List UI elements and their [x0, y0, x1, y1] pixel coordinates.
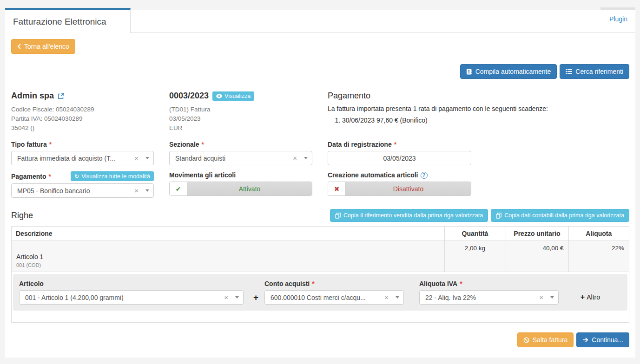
articolo-select[interactable]: 001 - Articolo 1 (4.200,00 grammi) ×	[19, 290, 244, 305]
payment-summary-description: La fattura importata presenta 1 rata di …	[328, 105, 629, 112]
required-marker: *	[312, 280, 314, 287]
tab-fatturazione-elettronica[interactable]: Fatturazione Elettronica	[5, 8, 131, 33]
pagamento-select[interactable]: MP05 - Bonifico bancario ×	[11, 183, 154, 198]
list-icon	[566, 69, 572, 74]
chevron-down-icon	[145, 157, 149, 159]
tipo-fattura-select[interactable]: Fattura immediata di acquisto (T... ×	[11, 151, 154, 165]
articolo-label: Articolo	[19, 280, 264, 287]
row-code: 001 (COD)	[16, 262, 440, 268]
clear-icon[interactable]: ×	[538, 293, 545, 301]
add-article-button[interactable]: +	[251, 292, 261, 302]
data-registrazione-group: Data di registrazione*	[328, 141, 629, 165]
movimenta-toggle[interactable]: ✔ Attivato	[169, 182, 312, 196]
row-editor-panel: Articolo 001 - Articolo 1 (4.200,00 gram…	[13, 274, 627, 311]
conto-acquisti-value: 600.000010 Costi merci c/acqu...	[271, 294, 383, 301]
toggle-handle: ✔	[170, 182, 187, 195]
chevron-left-icon	[17, 44, 21, 49]
show-all-payment-modes-label: Visualizza tutte le modalità	[81, 173, 150, 180]
sezionale-label-text: Sezionale	[169, 141, 199, 148]
pagamento-label-text: Pagamento	[11, 173, 46, 180]
creazione-toggle[interactable]: ✖ Disattivato	[328, 182, 471, 196]
autofill-button[interactable]: Compila automaticamente	[460, 64, 557, 79]
col-prezzo-unitario: Prezzo unitario	[506, 227, 568, 241]
data-registrazione-input[interactable]	[328, 151, 471, 165]
help-icon[interactable]: ?	[421, 172, 428, 179]
ban-icon	[523, 337, 529, 343]
copy-icon	[335, 213, 341, 219]
col-quantita: Quantità	[444, 227, 506, 241]
creazione-label-text: Creazione automatica articoli	[328, 171, 418, 179]
sezionale-label: Sezionale*	[169, 141, 328, 148]
plugin-link[interactable]: Plugin	[609, 15, 627, 23]
required-marker: *	[202, 141, 204, 148]
continue-button[interactable]: Continua...	[576, 332, 629, 347]
cell-aliquota: 22%	[568, 241, 629, 272]
copy-sale-reference-button[interactable]: Copia il riferimento vendita dalla prima…	[330, 209, 488, 222]
required-marker: *	[394, 141, 396, 148]
back-to-list-button[interactable]: Torna all'elenco	[11, 39, 75, 54]
chevron-down-icon	[550, 296, 554, 299]
address-book-icon	[466, 69, 472, 75]
aliquota-iva-label-text: Aliquota IVA	[419, 280, 457, 287]
supplier-name-heading: Admin spa	[11, 91, 169, 101]
movimenta-group: Movimenta gli articoli ✔ Attivato	[169, 171, 328, 198]
view-invoice-label: Visualizza	[224, 93, 251, 99]
sezionale-value: Standard acquisti	[175, 155, 291, 162]
installment-item: 30/06/2023 97,60 € (Bonifico)	[342, 116, 629, 125]
view-invoice-badge[interactable]: Visualizza	[212, 91, 254, 101]
cell-quantita: 2,00 kg	[444, 241, 506, 272]
more-options-button[interactable]: + Altro	[578, 292, 603, 302]
clear-icon[interactable]: ×	[223, 293, 230, 301]
supplier-vat-number: Partita IVA: 05024030289	[11, 114, 169, 124]
cell-descrizione: Articolo 1 001 (COD)	[12, 241, 444, 272]
form-row-1: Tipo fattura* Fattura immediata di acqui…	[11, 141, 629, 165]
invoice-number: 0003/2023	[169, 91, 209, 101]
aliquota-iva-select[interactable]: 22 - Aliq. Iva 22% ×	[419, 290, 559, 305]
creazione-label: Creazione automatica articoli ?	[328, 171, 629, 179]
righe-table: Descrizione Quantità Prezzo unitario Ali…	[12, 227, 629, 272]
back-to-list-label: Torna all'elenco	[24, 42, 69, 51]
articolo-group: Articolo 001 - Articolo 1 (4.200,00 gram…	[19, 280, 264, 305]
clear-icon[interactable]: ×	[133, 187, 140, 195]
conto-acquisti-select[interactable]: 600.000010 Costi merci c/acqu... ×	[264, 290, 404, 305]
supplier-info: Admin spa Codice Fiscale: 05024030289 Pa…	[11, 91, 169, 133]
form-row-2: Pagamento* ↻ Visualizza tutte le modalit…	[11, 171, 629, 198]
pagamento-label: Pagamento*	[11, 173, 51, 180]
pagamento-value: MP05 - Bonifico bancario	[17, 187, 133, 195]
chevron-down-icon	[304, 157, 308, 159]
sezionale-group: Sezionale* Standard acquisti ×	[169, 141, 328, 165]
creazione-group: Creazione automatica articoli ? ✖ Disatt…	[328, 171, 629, 198]
articolo-value: 001 - Articolo 1 (4.200,00 grammi)	[25, 294, 223, 301]
invoice-currency: EUR	[169, 124, 328, 133]
copy-accounting-data-label: Copia dati contabili dalla prima riga va…	[504, 211, 624, 220]
external-link-icon[interactable]	[58, 93, 64, 99]
copy-accounting-data-button[interactable]: Copia dati contabili dalla prima riga va…	[491, 209, 629, 222]
clear-icon[interactable]: ×	[383, 293, 390, 301]
sezionale-select[interactable]: Standard acquisti ×	[169, 151, 312, 165]
search-references-button[interactable]: Cerca riferimenti	[560, 64, 629, 79]
cross-icon: ✖	[334, 185, 340, 193]
invoice-number-heading: 0003/2023 Visualizza	[169, 91, 328, 101]
tipo-fattura-group: Tipo fattura* Fattura immediata di acqui…	[11, 141, 169, 165]
chevron-down-icon	[396, 296, 399, 299]
required-marker: *	[460, 280, 462, 287]
skip-invoice-button[interactable]: Salta fattura	[517, 332, 574, 347]
header-band: Fatturazione Elettronica Plugin	[0, 0, 640, 33]
tipo-fattura-label: Tipo fattura*	[11, 141, 169, 148]
cell-prezzo-unitario: 40,00 €	[506, 241, 568, 272]
conto-acquisti-group: Conto acquisti* 600.000010 Costi merci c…	[264, 280, 419, 305]
show-all-payment-modes-badge[interactable]: ↻ Visualizza tutte le modalità	[71, 171, 154, 181]
main-panel: Torna all'elenco Compila automaticamente…	[5, 33, 635, 358]
table-row[interactable]: Articolo 1 001 (COD) 2,00 kg 40,00 € 22%	[12, 241, 629, 272]
conto-acquisti-label-text: Conto acquisti	[264, 280, 310, 287]
tab-label: Fatturazione Elettronica	[13, 17, 106, 27]
invoice-date: 03/05/2023	[169, 114, 328, 124]
table-header-row: Descrizione Quantità Prezzo unitario Ali…	[12, 227, 629, 241]
col-descrizione: Descrizione	[12, 227, 444, 241]
refresh-icon: ↻	[74, 173, 79, 180]
check-icon: ✔	[176, 185, 181, 193]
clear-icon[interactable]: ×	[291, 154, 298, 162]
supplier-name: Admin spa	[11, 91, 54, 101]
invoice-doc-type: (TD01) Fattura	[169, 105, 328, 114]
clear-icon[interactable]: ×	[133, 154, 140, 162]
